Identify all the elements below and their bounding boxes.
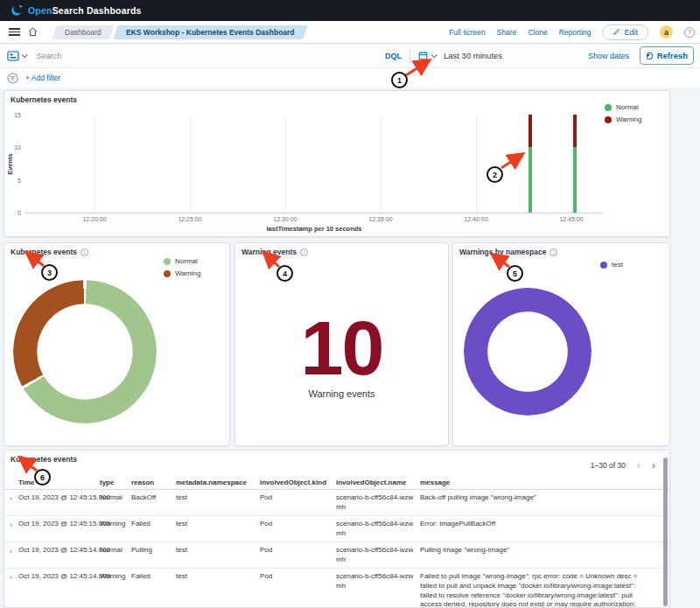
dql-toggle[interactable]: DQL xyxy=(385,52,402,60)
filter-icon[interactable] xyxy=(7,73,18,84)
reporting-link[interactable]: Reporting xyxy=(559,28,592,37)
search-input[interactable] xyxy=(35,51,385,61)
row-expand-icon[interactable]: › xyxy=(8,569,18,608)
annotation-marker-6: 6 xyxy=(34,469,51,486)
x-tick-label: 12:30:00 xyxy=(263,216,307,222)
opensearch-logo-icon xyxy=(10,4,23,17)
cell-name: scenario-b-cff56c84-wzwmh xyxy=(336,490,420,514)
refresh-button[interactable]: Refresh xyxy=(640,46,694,65)
legend-dot xyxy=(164,270,171,277)
donut-legend: test xyxy=(600,261,623,269)
table-scrollbar[interactable] xyxy=(663,458,668,606)
legend-label: test xyxy=(612,261,623,269)
brand-rest: Search Dashboards xyxy=(52,5,142,16)
column-header-type[interactable]: type xyxy=(100,476,131,489)
breadcrumb-label: Dashboard xyxy=(65,28,102,37)
cell-type: Normal xyxy=(100,542,131,567)
cell-ns: test xyxy=(176,490,260,514)
donut-legend: NormalWarning xyxy=(164,257,201,277)
bar-segment-warning[interactable] xyxy=(573,115,577,147)
cell-ns: test xyxy=(176,569,260,608)
cell-time: Oct 19, 2023 @ 12:45:15.000 xyxy=(18,516,100,541)
help-icon[interactable]: ? xyxy=(684,27,695,38)
cell-kind: Pod xyxy=(260,516,336,541)
bar-segment-normal[interactable] xyxy=(573,147,577,213)
gridline xyxy=(476,115,477,213)
info-icon[interactable]: i xyxy=(550,248,557,256)
x-tick-label: 12:25:00 xyxy=(168,216,212,222)
cell-time: Oct 19, 2023 @ 12:45:14.000 xyxy=(18,542,100,567)
legend-label: Normal xyxy=(616,103,639,111)
user-avatar[interactable]: a xyxy=(660,25,673,38)
share-link[interactable]: Share xyxy=(497,28,517,37)
cell-kind: Pod xyxy=(260,569,336,608)
app-brand: OpenSearch Dashboards xyxy=(28,5,142,16)
panel-title: Warnings by namespace xyxy=(459,248,546,256)
legend-item-normal[interactable]: Normal xyxy=(605,103,642,111)
top-app-bar: OpenSearch Dashboards xyxy=(0,0,700,21)
brand-open: Open xyxy=(28,5,52,16)
column-header-involvedobject-kind[interactable]: involvedObject.kind xyxy=(260,476,336,489)
gridline xyxy=(381,115,382,213)
breadcrumb-dashboard[interactable]: Dashboard xyxy=(52,25,114,39)
bar-segment-normal[interactable] xyxy=(528,147,532,213)
add-filter-button[interactable]: + Add filter xyxy=(25,73,60,82)
cell-time: Oct 19, 2023 @ 12:45:14.000 xyxy=(18,569,100,608)
events-donut-chart[interactable] xyxy=(13,280,157,423)
metric-value: 10 xyxy=(235,296,448,401)
column-header-time[interactable]: Time xyxy=(18,476,100,489)
breadcrumb-current-dashboard: EKS Workshop - Kubernetes Events Dashboa… xyxy=(113,25,307,39)
dashboard-grid: Kubernetes events Events 051015 12:20:00… xyxy=(0,87,700,608)
info-icon[interactable]: i xyxy=(80,248,88,256)
panel-warning-events-metric: Warning eventsi 10 Warning events xyxy=(234,242,449,446)
edit-button[interactable]: Edit xyxy=(602,24,648,40)
metric-label: Warning events xyxy=(235,388,448,399)
x-tick-label: 12:20:00 xyxy=(73,216,116,222)
x-tick-label: 12:45:00 xyxy=(550,216,593,222)
pagination-prev-icon[interactable]: ‹ xyxy=(637,461,640,470)
column-header-reason[interactable]: reason xyxy=(131,476,176,489)
pencil-icon xyxy=(612,28,620,36)
show-dates-link[interactable]: Show dates xyxy=(588,52,629,60)
nav-actions: Full screen Share Clone Reporting Edit a… xyxy=(449,24,695,40)
row-expand-icon[interactable]: › xyxy=(8,490,18,514)
panel-warnings-by-namespace-donut: Warnings by namespacei test xyxy=(452,242,670,446)
cell-type: Warning xyxy=(100,516,131,541)
y-tick-label: 10 xyxy=(4,144,21,150)
cell-name: scenario-b-cff56c84-wzwmh xyxy=(336,569,420,608)
query-bar: DQL Last 30 minutes Show dates Refresh xyxy=(0,44,700,68)
cell-msg: Pulling image "wrong-image" xyxy=(420,542,657,567)
legend-item-warning[interactable]: Warning xyxy=(605,115,642,123)
legend-item-warning[interactable]: Warning xyxy=(164,269,201,277)
calendar-icon xyxy=(418,51,428,60)
panel-title: Kubernetes events xyxy=(10,455,77,464)
namespace-donut-chart[interactable] xyxy=(464,288,592,416)
legend-label: Warning xyxy=(175,269,201,277)
legend-item-normal[interactable]: Normal xyxy=(164,257,201,265)
date-picker-button[interactable] xyxy=(418,51,436,60)
home-icon[interactable] xyxy=(27,26,38,38)
legend-item-test[interactable]: test xyxy=(600,261,623,269)
row-expand-icon[interactable]: › xyxy=(8,542,18,567)
menu-hamburger-icon[interactable] xyxy=(9,28,20,36)
bar-segment-warning[interactable] xyxy=(528,115,532,147)
pagination-next-icon[interactable]: › xyxy=(652,461,655,470)
clone-link[interactable]: Clone xyxy=(528,28,547,37)
legend-label: Warning xyxy=(616,115,642,123)
legend-dot xyxy=(605,104,612,111)
y-tick-label: 15 xyxy=(4,112,21,118)
info-icon[interactable]: i xyxy=(300,248,308,256)
full-screen-link[interactable]: Full screen xyxy=(449,28,486,37)
breadcrumb-label: EKS Workshop - Kubernetes Events Dashboa… xyxy=(126,28,295,37)
query-options-button[interactable] xyxy=(7,51,26,61)
table-header-row: Timetypereasonmetadata.namespaceinvolved… xyxy=(4,476,669,490)
time-range-value[interactable]: Last 30 minutes xyxy=(444,51,502,60)
breadcrumb: Dashboard EKS Workshop - Kubernetes Even… xyxy=(54,25,304,39)
row-expand-icon[interactable]: › xyxy=(8,516,18,541)
column-header-involvedobject-name[interactable]: involvedObject.name xyxy=(336,476,420,489)
refresh-icon xyxy=(646,52,653,59)
x-tick-label: 12:40:00 xyxy=(454,216,498,222)
table-row: ›Oct 19, 2023 @ 12:45:15.000WarningFaile… xyxy=(4,516,669,542)
column-header-metadata-namespace[interactable]: metadata.namespace xyxy=(176,476,260,489)
column-header-message[interactable]: message xyxy=(420,476,657,489)
